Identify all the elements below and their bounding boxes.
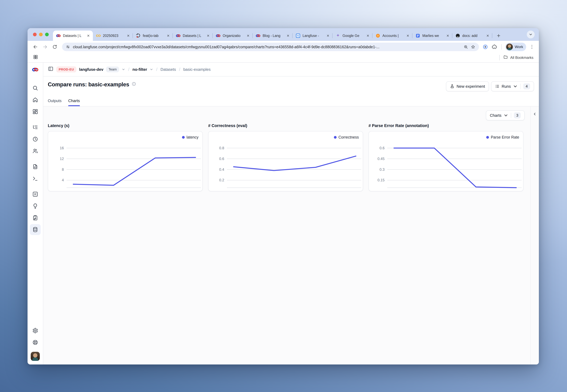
window-zoom-button[interactable] (45, 33, 49, 36)
charts-row: Latency (s)161284latency# Correctness (e… (48, 123, 524, 191)
tab-close-icon[interactable] (86, 33, 91, 38)
svg-text:0.3: 0.3 (380, 168, 384, 171)
browser-tab-7[interactable]: 6Langfuse - (293, 30, 333, 41)
sidebar-item-insights[interactable] (30, 200, 41, 211)
svg-text:8: 8 (62, 168, 64, 171)
organization-name[interactable]: langfuse-dev (79, 67, 103, 72)
zoom-icon[interactable] (464, 45, 468, 49)
tab-close-icon[interactable] (246, 33, 251, 38)
tab-title: feat(io-tab (143, 34, 164, 38)
sidebar-item-evaluation[interactable] (30, 189, 41, 200)
breadcrumb-datasets[interactable]: Datasets (160, 67, 176, 72)
chevron-down-icon[interactable] (122, 68, 125, 71)
project-name[interactable]: no-filter (132, 67, 147, 72)
browser-menu-icon[interactable] (529, 43, 535, 50)
notes-favicon (415, 33, 420, 38)
tab-close-icon[interactable] (166, 33, 171, 38)
chart-title: # Correctness (eval) (208, 123, 363, 128)
langfuse-favicon (216, 33, 221, 38)
site-info-icon[interactable] (66, 45, 70, 49)
browser-tab-11[interactable]: docs: add (452, 30, 492, 41)
extensions-puzzle-icon[interactable] (491, 43, 498, 50)
new-experiment-label: New experiment (456, 84, 485, 89)
svg-text:0.15: 0.15 (377, 178, 384, 182)
apps-grid-icon[interactable] (33, 55, 38, 61)
sidebar-item-sessions[interactable] (30, 134, 41, 145)
browser-tab-3[interactable]: feat(io-tab (133, 30, 173, 41)
new-experiment-button[interactable]: New experiment (446, 81, 489, 91)
tab-close-icon[interactable] (405, 33, 410, 38)
svg-text:0.4: 0.4 (219, 168, 224, 171)
info-icon[interactable] (132, 82, 136, 87)
chart-card: 161284latency (48, 131, 203, 191)
tab-close-icon[interactable] (286, 33, 290, 38)
browser-tab-2[interactable]: CO20250923 (93, 30, 133, 41)
browser-tab-6[interactable]: Blog - Lang (253, 30, 293, 41)
sidebar-item-settings[interactable] (30, 325, 41, 336)
runs-count-badge: 4 (523, 83, 530, 89)
org-role-badge[interactable]: Team (106, 67, 119, 72)
charts-count-badge: 3 (514, 112, 521, 118)
sidebar-item-datasets[interactable] (30, 224, 41, 235)
window-close-button[interactable] (33, 33, 37, 36)
tab-close-icon[interactable] (206, 33, 211, 38)
browser-tab-5[interactable]: Organizatio (213, 30, 253, 41)
user-avatar[interactable] (31, 352, 40, 361)
tab-search-button[interactable] (527, 30, 535, 38)
tab-close-icon[interactable] (126, 33, 131, 38)
chevron-down-icon (513, 84, 518, 89)
langfuse-logo[interactable] (28, 63, 43, 77)
sidebar-item-search[interactable] (30, 83, 41, 94)
sidebar-item-annotation-queues[interactable] (30, 212, 41, 223)
sidebar-item-users[interactable] (30, 145, 41, 156)
runs-label: Runs (502, 84, 511, 89)
langfuse-favicon (56, 33, 61, 38)
tab-outputs[interactable]: Outputs (48, 98, 62, 106)
sidebar-item-home[interactable] (30, 94, 41, 105)
reload-button[interactable] (51, 43, 59, 51)
chevron-left-icon[interactable] (533, 106, 537, 364)
toolbar-divider (501, 44, 502, 50)
bookmark-star-icon[interactable] (471, 45, 475, 49)
tab-title: Marlies we (422, 34, 443, 38)
svg-text:0.6: 0.6 (380, 146, 384, 150)
browser-tab-10[interactable]: Marlies we (412, 30, 452, 41)
browser-tab-8[interactable]: Google Ge (333, 30, 372, 41)
legend-dot (486, 136, 489, 139)
browser-tab-4[interactable]: Datasets | L (173, 30, 213, 41)
all-bookmarks[interactable]: All Bookmarks (498, 55, 533, 60)
breadcrumb-separator: / (156, 67, 158, 72)
sidebar-item-tracing[interactable] (30, 122, 41, 133)
browser-profile-chip[interactable]: Work (505, 43, 526, 51)
sidebar-item-support[interactable] (30, 337, 41, 348)
privacy-extension-icon[interactable] (482, 43, 489, 50)
new-tab-button[interactable] (495, 32, 503, 40)
breadcrumb-dataset-name[interactable]: basic-examples (183, 67, 211, 72)
chart-card: 0.80.60.40.2Correctness (208, 131, 363, 191)
sidebar-toggle-icon[interactable] (48, 66, 54, 73)
tab-close-icon[interactable] (366, 33, 370, 38)
svg-text:0.2: 0.2 (219, 178, 224, 182)
address-bar[interactable]: cloud.langfuse.com/project/cmfwgv8fx002o… (62, 43, 479, 51)
tab-charts[interactable]: Charts (68, 98, 80, 106)
forward-button[interactable] (41, 43, 49, 51)
sidebar-item-dashboards[interactable] (30, 106, 41, 117)
title-block: Compare runs: basic-examples New experim… (43, 77, 539, 106)
tab-close-icon[interactable] (326, 33, 330, 38)
sidebar-item-playground[interactable] (30, 173, 41, 184)
back-button[interactable] (31, 43, 40, 51)
sidebar-item-prompts[interactable] (30, 161, 41, 172)
window-minimize-button[interactable] (39, 33, 43, 36)
chevron-down-icon[interactable] (150, 68, 153, 71)
app-body: PROD-EU langfuse-dev Team / no-filter / … (28, 63, 539, 364)
chart-legend: latency (182, 135, 198, 140)
window-controls (31, 28, 53, 41)
tab-close-icon[interactable] (445, 33, 450, 38)
runs-selector-button[interactable]: Runs 4 (491, 81, 534, 91)
browser-tab-1[interactable]: Datasets | L (53, 30, 93, 41)
charts-selector-button[interactable]: Charts 3 (486, 110, 525, 120)
environment-badge[interactable]: PROD-EU (56, 66, 76, 72)
bookmarks-divider (499, 55, 500, 60)
tab-close-icon[interactable] (485, 33, 490, 38)
browser-tab-9[interactable]: Accounts | (372, 30, 412, 41)
